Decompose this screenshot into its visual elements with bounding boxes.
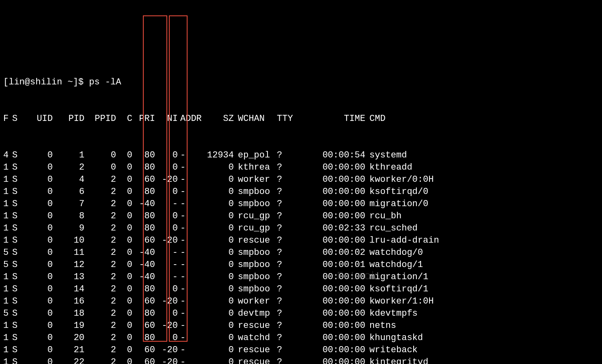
cell-WCHAN: worker — [234, 295, 273, 308]
cell-C: 0 — [116, 320, 132, 332]
cell-NI: 0 — [155, 149, 178, 162]
cell-WCHAN: rcu_gp — [234, 210, 273, 222]
cell-TIME: 00:00:02 — [320, 247, 365, 259]
cell-UID: 0 — [21, 210, 53, 222]
cell-PPID: 2 — [84, 356, 116, 364]
cell-TIME: 00:00:00 — [320, 295, 365, 308]
cell-TTY: ? — [273, 308, 320, 320]
cell-UID: 0 — [21, 283, 53, 295]
cell-ADDR: - — [178, 356, 201, 364]
cell-SZ: 0 — [201, 259, 234, 271]
cell-SZ: 0 — [201, 198, 234, 210]
cell-PPID: 2 — [84, 295, 116, 308]
table-row: 1S0820800-0rcu_gp?00:00:00rcu_bh — [3, 210, 599, 222]
cell-TIME: 00:02:33 — [320, 222, 365, 235]
col-F: F — [3, 113, 12, 125]
col-WCHAN: WCHAN — [234, 113, 273, 125]
cell-CMD: kworker/1:0H — [365, 295, 487, 308]
cell-F: 1 — [3, 198, 12, 210]
cell-S: S — [12, 235, 21, 247]
cell-TIME: 00:00:00 — [320, 344, 365, 356]
table-row: 5S01120-40--0smpboo?00:00:02watchdog/0 — [3, 247, 599, 259]
cell-F: 1 — [3, 222, 12, 235]
cell-ADDR: - — [178, 162, 201, 174]
cell-CMD: watchdog/0 — [365, 247, 487, 259]
cell-PRI: 80 — [132, 210, 155, 222]
table-row: 1S0192060-20-0rescue?00:00:00netns — [3, 320, 599, 332]
cell-PRI: 60 — [132, 344, 155, 356]
cell-C: 0 — [116, 247, 132, 259]
col-TIME: TIME — [320, 113, 365, 125]
cell-PID: 2 — [53, 162, 84, 174]
col-CMD: CMD — [365, 113, 487, 125]
cell-CMD: khungtaskd — [365, 332, 487, 344]
cell-NI: 0 — [155, 283, 178, 295]
table-row: 1S0222060-20-0rescue?00:00:00kintegrityd — [3, 356, 599, 364]
cell-TTY: ? — [273, 247, 320, 259]
cell-TIME: 00:00:01 — [320, 259, 365, 271]
cell-CMD: kthreadd — [365, 162, 487, 174]
cell-SZ: 12934 — [201, 149, 234, 162]
cell-SZ: 0 — [201, 332, 234, 344]
cell-UID: 0 — [21, 149, 53, 162]
cell-WCHAN: smpboo — [234, 283, 273, 295]
table-row: 1S042060-20-0worker?00:00:00kworker/0:0H — [3, 174, 599, 186]
cell-F: 1 — [3, 295, 12, 308]
cell-SZ: 0 — [201, 247, 234, 259]
cell-NI: 0 — [155, 162, 178, 174]
cell-TIME: 00:00:54 — [320, 149, 365, 162]
cell-TIME: 00:00:00 — [320, 162, 365, 174]
cell-ADDR: - — [178, 174, 201, 186]
table-row: 1S0920800-0rcu_gp?00:02:33rcu_sched — [3, 222, 599, 235]
cell-F: 1 — [3, 174, 12, 186]
cell-PRI: -40 — [132, 271, 155, 283]
cell-S: S — [12, 271, 21, 283]
cell-ADDR: - — [178, 198, 201, 210]
col-NI: NI — [155, 113, 178, 125]
cell-WCHAN: rescue — [234, 320, 273, 332]
cell-WCHAN: smpboo — [234, 271, 273, 283]
cell-ADDR: - — [178, 295, 201, 308]
cell-CMD: systemd — [365, 149, 487, 162]
table-row: 4S0100800-12934ep_pol?00:00:54systemd — [3, 149, 599, 162]
cell-UID: 0 — [21, 320, 53, 332]
cell-CMD: lru-add-drain — [365, 235, 487, 247]
cell-WCHAN: devtmp — [234, 308, 273, 320]
cell-SZ: 0 — [201, 271, 234, 283]
table-row: 1S0212060-20-0rescue?00:00:00writeback — [3, 344, 599, 356]
cell-TTY: ? — [273, 356, 320, 364]
cell-CMD: kdevtmpfs — [365, 308, 487, 320]
cell-C: 0 — [116, 344, 132, 356]
cell-CMD: ksoftirqd/1 — [365, 283, 487, 295]
cell-ADDR: - — [178, 320, 201, 332]
cell-C: 0 — [116, 235, 132, 247]
cell-PPID: 2 — [84, 308, 116, 320]
cell-CMD: netns — [365, 320, 487, 332]
col-S: S — [12, 113, 21, 125]
cell-S: S — [12, 149, 21, 162]
cell-F: 5 — [3, 259, 12, 271]
cell-WCHAN: smpboo — [234, 259, 273, 271]
terminal-output[interactable]: [lin@shilin ~]$ ps -lA FSUIDPIDPPIDCPRIN… — [3, 52, 599, 364]
table-row: 1S0102060-20-0rescue?00:00:00lru-add-dra… — [3, 235, 599, 247]
cell-TTY: ? — [273, 259, 320, 271]
cell-C: 0 — [116, 222, 132, 235]
cell-NI: - — [155, 198, 178, 210]
cell-PID: 6 — [53, 186, 84, 198]
cell-ADDR: - — [178, 259, 201, 271]
table-row: 5S01220-40--0smpboo?00:00:01watchdog/1 — [3, 259, 599, 271]
cell-F: 1 — [3, 356, 12, 364]
cell-SZ: 0 — [201, 162, 234, 174]
cell-UID: 0 — [21, 308, 53, 320]
cell-ADDR: - — [178, 283, 201, 295]
cell-ADDR: - — [178, 271, 201, 283]
cell-PID: 14 — [53, 283, 84, 295]
cell-WCHAN: watchd — [234, 332, 273, 344]
cell-F: 1 — [3, 210, 12, 222]
cell-CMD: writeback — [365, 344, 487, 356]
cell-PRI: 80 — [132, 283, 155, 295]
cell-SZ: 0 — [201, 186, 234, 198]
cell-S: S — [12, 198, 21, 210]
cell-WCHAN: smpboo — [234, 186, 273, 198]
cell-SZ: 0 — [201, 222, 234, 235]
